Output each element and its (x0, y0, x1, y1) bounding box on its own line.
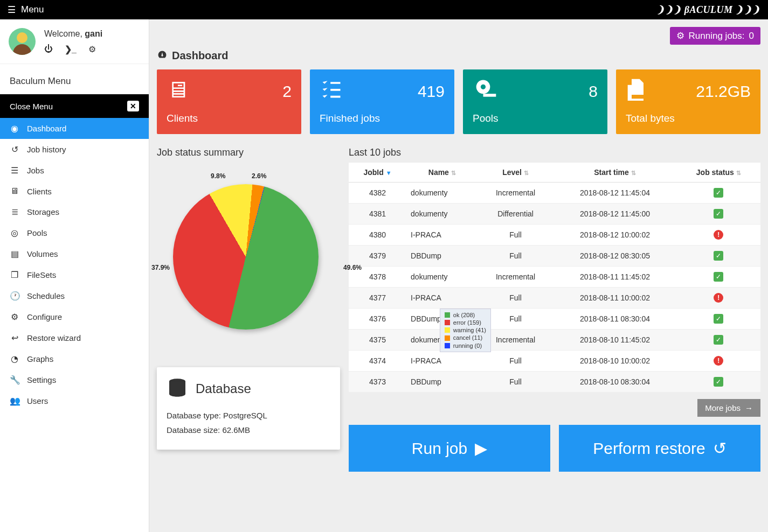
running-jobs-badge[interactable]: ⚙ Running jobs: 0 (670, 27, 760, 45)
pie-legend: ok (208)error (159)warning (41)cancel (1… (440, 309, 491, 352)
sidebar-item-label: Storages (27, 207, 59, 216)
legend-item: running (0) (445, 342, 486, 349)
legend-item: ok (208) (445, 311, 486, 319)
col-start[interactable]: Start time⇅ (553, 163, 677, 183)
card-pools[interactable]: 8 Pools (463, 69, 607, 134)
card-total-bytes[interactable]: 21.2GB Total bytes (616, 69, 760, 134)
gears-icon: ⚙ (676, 30, 684, 41)
list-icon: ☰ (10, 165, 19, 176)
monitor-icon: 🖥 (10, 186, 19, 196)
sidebar-item-dashboard[interactable]: ◉Dashboard (0, 118, 149, 139)
sort-icon: ⇅ (524, 170, 529, 176)
table-row[interactable]: 4375dokumentyIncremental2018-08-10 11:45… (349, 330, 760, 351)
table-row[interactable]: 4377I-PRACAFull2018-08-11 10:00:02! (349, 288, 760, 309)
table-row[interactable]: 4374I-PRACAFull2018-08-10 10:00:02! (349, 351, 760, 372)
job-status-pie-chart: 49.6% 37.9% 9.8% 2.6% ok (208)error (159… (157, 163, 340, 356)
status-ok-icon: ✓ (714, 314, 723, 324)
play-icon: ▶ (475, 439, 487, 458)
sidebar-item-label: Volumes (27, 249, 58, 258)
sidebar-item-label: Job history (27, 145, 66, 154)
monitor-icon: 🖥 (167, 77, 292, 103)
sidebar-item-label: Graphs (27, 354, 53, 363)
legend-item: error (159) (445, 319, 486, 326)
table-row[interactable]: 4379DBDumpFull2018-08-12 08:30:05✓ (349, 246, 760, 267)
table-row[interactable]: 4373DBDumpFull2018-08-10 08:30:04✓ (349, 372, 760, 393)
status-error-icon: ! (714, 230, 723, 240)
close-icon: ✕ (127, 101, 139, 111)
arrow-right-icon: → (745, 403, 753, 412)
avatar (9, 28, 36, 55)
sidebar-item-label: Configure (27, 312, 62, 321)
perform-restore-button[interactable]: Perform restore ↺ (559, 425, 760, 472)
status-ok-icon: ✓ (714, 377, 723, 387)
gear-icon: ⚙ (10, 312, 19, 322)
card-clients[interactable]: 🖥 2 Clients (157, 69, 301, 134)
sidebar-item-label: Restore wizard (27, 333, 81, 342)
sidebar-item-users[interactable]: 👥Users (0, 390, 149, 411)
svg-point-1 (481, 85, 486, 89)
status-error-icon: ! (714, 356, 723, 366)
power-icon[interactable]: ⏻ (44, 44, 53, 54)
sidebar-item-configure[interactable]: ⚙Configure (0, 306, 149, 327)
table-row[interactable]: 4382dokumentyIncremental2018-08-12 11:45… (349, 183, 760, 204)
menu-toggle[interactable]: ☰ Menu (8, 4, 44, 16)
users-icon: 👥 (10, 396, 19, 406)
terminal-icon[interactable]: ❯_ (65, 44, 77, 54)
table-row[interactable]: 4380I-PRACAFull2018-08-12 10:00:02! (349, 225, 760, 246)
col-status[interactable]: Job status⇅ (677, 163, 760, 183)
status-ok-icon: ✓ (714, 251, 723, 261)
col-name[interactable]: Name⇅ (406, 163, 478, 183)
dashboard-icon (157, 50, 168, 62)
sidebar-item-label: FileSets (27, 270, 56, 279)
legend-item: cancel (11) (445, 334, 486, 341)
database-icon: ≣ (10, 207, 19, 217)
sidebar-item-restore-wizard[interactable]: ↩Restore wizard (0, 327, 149, 348)
wrench-icon: 🔧 (10, 375, 19, 385)
undo-icon: ↩ (10, 333, 19, 343)
table-row[interactable]: 4381dokumentyDifferential2018-08-12 11:4… (349, 204, 760, 225)
menu-heading: Baculum Menu (10, 76, 71, 87)
sidebar-item-pools[interactable]: ◎Pools (0, 222, 149, 243)
sidebar-item-label: Schedules (27, 291, 65, 300)
legend-item: warning (41) (445, 326, 486, 334)
sidebar-item-volumes[interactable]: ▤Volumes (0, 243, 149, 264)
history-icon: ↺ (10, 144, 19, 155)
sidebar-item-label: Pools (27, 228, 47, 237)
sidebar-item-label: Settings (27, 375, 56, 384)
last-10-jobs-title: Last 10 jobs (349, 147, 760, 158)
files-icon: ❐ (10, 270, 19, 280)
status-error-icon: ! (714, 293, 723, 303)
sidebar-item-label: Users (27, 396, 48, 405)
sidebar-item-schedules[interactable]: 🕐Schedules (0, 285, 149, 306)
sidebar-item-storages[interactable]: ≣Storages (0, 201, 149, 222)
status-ok-icon: ✓ (714, 335, 723, 345)
close-menu-button[interactable]: Close Menu ✕ (0, 94, 149, 118)
status-ok-icon: ✓ (714, 188, 723, 198)
run-job-button[interactable]: Run job ▶ (349, 425, 550, 472)
sort-desc-icon: ▼ (386, 170, 392, 176)
hamburger-icon: ☰ (8, 4, 16, 16)
more-jobs-button[interactable]: More jobs → (697, 399, 760, 417)
col-jobid[interactable]: JobId▼ (349, 163, 406, 183)
menu-label: Menu (21, 4, 44, 15)
gear-icon[interactable]: ⚙ (88, 44, 96, 54)
clock-icon: 🕐 (10, 291, 19, 301)
card-finished-jobs[interactable]: 419 Finished jobs (310, 69, 454, 134)
job-status-summary-title: Job status summary (157, 147, 340, 158)
col-level[interactable]: Level⇅ (478, 163, 553, 183)
sidebar-item-settings[interactable]: 🔧Settings (0, 369, 149, 390)
database-icon (167, 377, 188, 401)
sort-icon: ⇅ (736, 170, 741, 176)
sidebar-item-filesets[interactable]: ❐FileSets (0, 264, 149, 285)
sidebar: Welcome, gani ⏻ ❯_ ⚙ Baculum Menu Close … (0, 19, 149, 532)
sidebar-item-jobs[interactable]: ☰Jobs (0, 160, 149, 181)
sidebar-item-job-history[interactable]: ↺Job history (0, 139, 149, 160)
sort-icon: ⇅ (451, 170, 456, 176)
table-row[interactable]: 4376DBDumpFull2018-08-11 08:30:04✓ (349, 309, 760, 330)
sidebar-item-graphs[interactable]: ◔Graphs (0, 348, 149, 369)
sort-icon: ⇅ (631, 170, 636, 176)
sidebar-item-clients[interactable]: 🖥Clients (0, 181, 149, 201)
status-ok-icon: ✓ (714, 272, 723, 282)
database-card: Database Database type: PostgreSQL Datab… (157, 367, 340, 450)
table-row[interactable]: 4378dokumentyIncremental2018-08-11 11:45… (349, 267, 760, 288)
